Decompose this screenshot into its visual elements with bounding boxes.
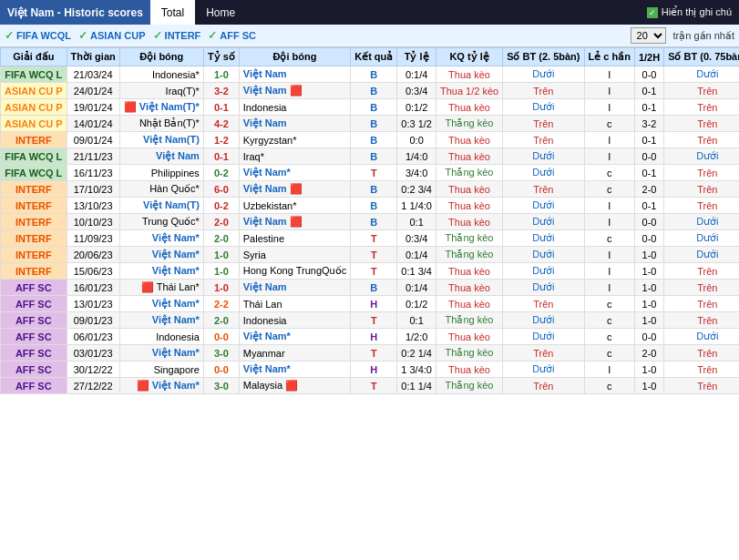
cell-le-c: I xyxy=(584,214,634,230)
show-note-checkbox[interactable]: ✓ xyxy=(647,7,658,18)
count-select[interactable]: 20 10 30 50 xyxy=(631,27,666,44)
cell-half: 0-0 xyxy=(634,230,663,247)
cell-comp: AFF SC xyxy=(1,312,67,329)
cell-so-bt2: Dưới xyxy=(503,99,584,116)
nav-tabs: Total Home xyxy=(150,0,246,25)
cell-ket-qua: H xyxy=(351,329,397,345)
results-table: Giải đấu Thời gian Đội bóng Tỷ số Đội bó… xyxy=(0,47,739,394)
table-row: AFF SC06/01/23Indonesia0-0Việt Nam*H1/2:… xyxy=(1,329,740,345)
filter-interf-check: ✓ xyxy=(153,29,162,42)
cell-team1: Trung Quốc* xyxy=(119,214,203,230)
cell-team2: Thái Lan xyxy=(239,296,350,312)
cell-kq-ty-le: Thắng kèo xyxy=(436,230,502,247)
cell-comp: AFF SC xyxy=(1,345,67,361)
cell-half: 1-0 xyxy=(634,361,663,378)
cell-team1: Việt Nam(T) xyxy=(119,132,203,148)
cell-team2: Indonesia xyxy=(239,99,350,116)
cell-so-bt2: Trên xyxy=(503,296,584,312)
cell-comp: FIFA WCQ L xyxy=(1,148,67,165)
tab-total[interactable]: Total xyxy=(150,0,195,25)
cell-team2: Việt Nam xyxy=(239,280,350,296)
cell-le-c: I xyxy=(584,99,634,116)
cell-ket-qua: B xyxy=(351,280,397,296)
cell-date: 06/01/23 xyxy=(67,329,119,345)
table-row: AFF SC03/01/23Việt Nam*3-0MyanmarT0:2 1/… xyxy=(1,345,740,361)
show-note-label: Hiển thị ghi chú xyxy=(662,6,732,18)
cell-ty-le: 0:0 xyxy=(397,132,436,148)
cell-half: 2-0 xyxy=(634,345,663,361)
cell-so-bt075: Trên xyxy=(664,165,739,181)
cell-team1: Nhật Bản(T)* xyxy=(119,116,203,132)
cell-le-c: c xyxy=(584,296,634,312)
filter-fifa-check: ✓ xyxy=(5,29,14,42)
cell-team1: Việt Nam* xyxy=(119,263,203,280)
cell-half: 0-0 xyxy=(634,148,663,165)
cell-le-c: I xyxy=(584,66,634,83)
cell-date: 13/01/23 xyxy=(67,296,119,312)
cell-so-bt075: Trên xyxy=(664,378,739,394)
filter-aff[interactable]: ✓ AFF SC xyxy=(208,29,256,42)
cell-so-bt075: Trên xyxy=(664,116,739,132)
col-doi-bong2: Đội bóng xyxy=(239,48,350,66)
cell-date: 19/01/24 xyxy=(67,99,119,116)
cell-date: 30/12/22 xyxy=(67,361,119,378)
col-ty-le: Tỷ lệ xyxy=(397,48,436,66)
cell-ket-qua: B xyxy=(351,116,397,132)
cell-so-bt2: Trên xyxy=(503,181,584,198)
col-doi-bong1: Đội bóng xyxy=(119,48,203,66)
cell-score: 0-2 xyxy=(203,198,239,214)
cell-ty-le: 1 1/4:0 xyxy=(397,198,436,214)
cell-comp: AFF SC xyxy=(1,280,67,296)
cell-so-bt075: Dưới xyxy=(664,247,739,263)
col-half: 1/2H xyxy=(634,48,663,66)
cell-ty-le: 0:3/4 xyxy=(397,83,436,99)
cell-comp: AFF SC xyxy=(1,361,67,378)
cell-so-bt2: Dưới xyxy=(503,361,584,378)
page-title: Việt Nam - Historic scores xyxy=(0,0,150,25)
filter-fifa[interactable]: ✓ FIFA WCQL xyxy=(5,29,71,42)
cell-comp: AFF SC xyxy=(1,378,67,394)
cell-le-c: c xyxy=(584,165,634,181)
cell-team1: 🟥 Thái Lan* xyxy=(119,280,203,296)
cell-le-c: c xyxy=(584,181,634,198)
cell-date: 09/01/23 xyxy=(67,312,119,329)
cell-ty-le: 0:2 1/4 xyxy=(397,345,436,361)
tab-home[interactable]: Home xyxy=(195,0,246,25)
cell-team2: Việt Nam* xyxy=(239,165,350,181)
cell-half: 0-1 xyxy=(634,83,663,99)
cell-ket-qua: T xyxy=(351,345,397,361)
cell-kq-ty-le: Thắng kèo xyxy=(436,312,502,329)
table-row: AFF SC30/12/22Singapore0-0Việt Nam*H1 3/… xyxy=(1,361,740,378)
cell-date: 13/10/23 xyxy=(67,198,119,214)
cell-kq-ty-le: Thua kèo xyxy=(436,132,502,148)
cell-comp: ASIAN CU P xyxy=(1,116,67,132)
cell-so-bt2: Dưới xyxy=(503,165,584,181)
table-row: AFF SC13/01/23Việt Nam*2-2Thái LanH0:1/2… xyxy=(1,296,740,312)
col-thoi-gian: Thời gian xyxy=(67,48,119,66)
cell-team1: Iraq(T)* xyxy=(119,83,203,99)
top-header: Việt Nam - Historic scores Total Home ✓ … xyxy=(0,0,739,25)
cell-le-c: I xyxy=(584,263,634,280)
cell-score: 3-0 xyxy=(203,378,239,394)
cell-ket-qua: T xyxy=(351,263,397,280)
filter-asian[interactable]: ✓ ASIAN CUP xyxy=(78,29,146,42)
cell-score: 3-0 xyxy=(203,345,239,361)
cell-so-bt075: Trên xyxy=(664,263,739,280)
cell-kq-ty-le: Thắng kèo xyxy=(436,378,502,394)
cell-so-bt075: Trên xyxy=(664,361,739,378)
cell-ket-qua: T xyxy=(351,230,397,247)
filter-interf[interactable]: ✓ INTERF xyxy=(153,29,201,42)
cell-team1: Hàn Quốc* xyxy=(119,181,203,198)
cell-team2: Myanmar xyxy=(239,345,350,361)
cell-ket-qua: B xyxy=(351,148,397,165)
cell-score: 1-0 xyxy=(203,247,239,263)
cell-date: 03/01/23 xyxy=(67,345,119,361)
cell-so-bt075: Trên xyxy=(664,280,739,296)
cell-ket-qua: T xyxy=(351,378,397,394)
table-row: AFF SC16/01/23🟥 Thái Lan*1-0Việt NamB0:1… xyxy=(1,280,740,296)
cell-team2: Việt Nam xyxy=(239,116,350,132)
cell-ty-le: 0:1/4 xyxy=(397,66,436,83)
table-row: AFF SC09/01/23Việt Nam*2-0IndonesiaT0:1T… xyxy=(1,312,740,329)
cell-so-bt075: Dưới xyxy=(664,148,739,165)
cell-comp: INTERF xyxy=(1,132,67,148)
